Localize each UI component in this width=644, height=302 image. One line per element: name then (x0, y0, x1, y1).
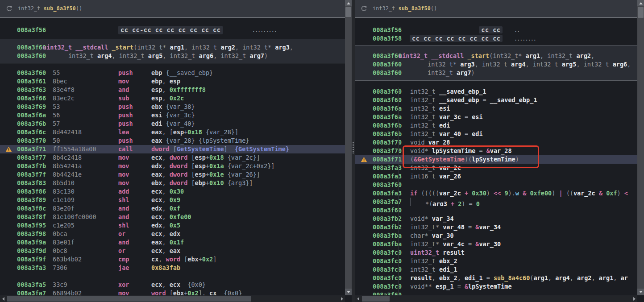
row-address[interactable]: 008a3f71 (17, 145, 53, 153)
signature-row[interactable]: 008a3f60uint32_t __stdcall _start(int32_… (0, 43, 345, 52)
hlil-row[interactable]: 008a3fc0uint32_t result (355, 248, 637, 257)
row-address[interactable]: 008a3fa3 (373, 189, 399, 198)
hlil-row[interactable]: 008a3fa3if (((((var_2c + 0x30) << 9).w &… (355, 189, 637, 198)
hex-row[interactable]: 008a3f58cc cc cc cc cc cc cc cc........ (355, 34, 637, 43)
row-address[interactable]: 008a3f95 (17, 221, 53, 230)
scroll-down-button[interactable] (637, 289, 644, 295)
hlil-row[interactable]: 008a3fc0int32_t edi_1 (355, 265, 637, 274)
hlil-row[interactable]: 008a3fa3int32_t var_2c (355, 164, 637, 172)
hlil-row[interactable]: 008a3fa3int16_t var_26 (355, 172, 637, 181)
hlil-row[interactable]: 008a3f6bint32_t var_40 = edi (355, 130, 637, 138)
horizontal-scrollbar-left[interactable] (0, 295, 345, 302)
disasm-row[interactable]: 008a3f6b57pushedi {var_40} (0, 120, 345, 128)
row-address[interactable]: 008a3f66 (17, 94, 53, 103)
disasm-row[interactable]: 008a3f95c1e205shledx, 0x5 (0, 221, 345, 230)
horizontal-scroll-thumb[interactable] (7, 296, 251, 302)
row-address[interactable]: 008a3f56 (373, 26, 399, 34)
scroll-right-button[interactable] (631, 295, 637, 302)
row-address[interactable]: 008a3f6b (373, 121, 399, 130)
disasm-row[interactable]: 008a3f980bcaorecx, edx (0, 230, 345, 238)
hlil-row[interactable]: 008a3f6aint32_t esi (355, 104, 637, 113)
vertical-scrollbar-left[interactable] (345, 0, 352, 295)
row-address[interactable]: 008a3fc0 (373, 274, 399, 282)
signature-row[interactable]: 008a3f60 int32_t* arg3, int32_t arg4, in… (355, 60, 637, 69)
row-address[interactable]: 008a3f58 (373, 34, 399, 43)
row-address[interactable]: 008a3f60 (17, 52, 43, 60)
row-address[interactable]: 008a3f60 (373, 52, 399, 60)
hex-row[interactable]: 008a3f56cc cc-cc cc cc cc cc cc cc......… (0, 26, 345, 34)
row-address[interactable]: 008a3fc0 (373, 248, 399, 257)
row-address[interactable]: 008a3fc0 (373, 257, 399, 265)
hlil-row[interactable]: 008a3f60int32_t __saved_ebp = __saved_eb… (355, 96, 637, 104)
row-address[interactable]: 008a3f6a (373, 104, 399, 113)
disasm-row[interactable]: 008a3f71ff1554a18a00calldword [GetSystem… (0, 145, 345, 153)
disasm-row[interactable]: 008a3f838b5d10movebx, dword [ebp+0x10 {a… (0, 179, 345, 187)
disasm-row[interactable]: 008a3f778b4c2418movecx, dword [esp+0x18 … (0, 153, 345, 162)
row-address[interactable]: 008a3fa3 (17, 264, 53, 272)
hlil-row[interactable]: 008a3fc0result, ebx_2, edi_1 = sub_8a4c6… (355, 274, 637, 282)
row-address[interactable]: 008a3fba (373, 232, 399, 240)
scroll-left-button[interactable] (355, 295, 361, 302)
scroll-up-button[interactable] (637, 0, 644, 6)
refresh-icon[interactable] (6, 5, 12, 12)
hlil-row[interactable]: 008a3f60 (355, 291, 637, 295)
row-address[interactable]: 008a3f70 (373, 138, 399, 147)
row-address[interactable]: 008a3f61 (17, 77, 53, 86)
row-address[interactable]: 008a3f60 (373, 87, 399, 96)
row-address[interactable]: 008a3fa3 (373, 172, 399, 181)
signature-row[interactable]: 008a3f60 int32_t arg7) (355, 69, 637, 77)
row-address[interactable]: 008a3fa3 (373, 164, 399, 172)
hlil-row[interactable]: 008a3f60 (355, 206, 637, 215)
vertical-scrollbar-right[interactable] (637, 0, 644, 295)
row-address[interactable]: 008a3fb2 (373, 215, 399, 223)
vertical-scroll-thumb[interactable] (638, 7, 644, 18)
disasm-row[interactable]: 008a3f9f663b4b02cmpcx, word [ebx+0x2] (0, 255, 345, 264)
row-address[interactable]: 008a3f6c (17, 128, 53, 137)
refresh-icon[interactable] (361, 5, 367, 12)
scroll-down-button[interactable] (345, 289, 352, 295)
row-address[interactable]: 008a3fc0 (373, 265, 399, 274)
row-address[interactable]: 008a3fb2 (373, 223, 399, 232)
row-address[interactable]: 008a3f8f (17, 213, 53, 221)
hlil-row[interactable]: 008a3fb2void* var_34 (355, 215, 637, 223)
horizontal-scrollbar-right[interactable] (355, 295, 637, 302)
row-address[interactable]: 008a3f60 (17, 43, 43, 52)
vertical-scroll-thumb[interactable] (345, 7, 351, 17)
row-address[interactable]: 008a3f60 (373, 291, 399, 295)
row-address[interactable]: 008a3fa7 (17, 289, 53, 295)
row-address[interactable]: 008a3f77 (17, 153, 53, 162)
row-address[interactable]: 008a3f98 (17, 230, 53, 238)
scroll-up-button[interactable] (345, 0, 352, 6)
hlil-row[interactable]: 008a3fc0int32_t ebx_2 (355, 257, 637, 265)
disasm-row[interactable]: 008a3fa766894b02movword [ebx+0x2], cx {0… (0, 289, 345, 295)
hlil-row[interactable]: 008a3fa7*(arg3 + 2) = 0 (355, 198, 637, 206)
disasm-row[interactable]: 008a3f7050pusheax {var_28} {lpSystemTime… (0, 137, 345, 145)
disasm-row[interactable]: 008a3f7f8b44241emoveax, dword [esp+0x1e … (0, 170, 345, 179)
row-address[interactable]: 008a3f70 (373, 147, 399, 155)
disasm-row[interactable]: 008a3f618becmovebp, esp (0, 77, 345, 86)
disasm-row[interactable]: 008a3f8683c130addecx, 0x30 (0, 187, 345, 196)
disasm-row[interactable]: 008a3f6683ec2csubesp, 0x2c (0, 94, 345, 103)
row-address[interactable]: 008a3f7b (17, 162, 53, 170)
row-address[interactable]: 008a3f70 (17, 137, 53, 145)
row-address[interactable]: 008a3fba (373, 240, 399, 248)
disasm-row[interactable]: 008a3fa533c9xorecx, ecx {0x0} (0, 281, 345, 289)
row-address[interactable]: 008a3fa5 (17, 281, 53, 289)
row-address[interactable]: 008a3f89 (17, 196, 53, 204)
disasm-row[interactable]: 008a3f9d0bc8orecx, eax (0, 247, 345, 255)
row-address[interactable]: 008a3f69 (17, 103, 53, 111)
disasm-row[interactable]: 008a3f6c8d442418leaeax, [esp+0x18 {var_2… (0, 128, 345, 137)
pane-splitter[interactable] (352, 0, 355, 302)
hlil-row[interactable]: 008a3fbachar* var_30 (355, 232, 637, 240)
row-address[interactable]: 008a3f9a (17, 238, 53, 247)
row-address[interactable]: 008a3f56 (17, 26, 53, 34)
row-address[interactable]: 008a3f7f (17, 170, 53, 179)
row-address[interactable]: 008a3f60 (373, 60, 399, 69)
hlil-row[interactable]: 008a3fb2int32_t* var_48 = &var_34 (355, 223, 637, 232)
row-address[interactable]: 008a3f9f (17, 255, 53, 264)
row-address[interactable]: 008a3f6a (17, 111, 53, 120)
disasm-row[interactable]: 008a3fa37306jae0x8a3fab (0, 264, 345, 272)
disasm-row[interactable]: 008a3f8c83e20fandedx, 0xf (0, 204, 345, 213)
row-address[interactable]: 008a3f8c (17, 204, 53, 213)
signature-row[interactable]: 008a3f60 int32_t arg4, int32_t arg5, int… (0, 52, 345, 60)
